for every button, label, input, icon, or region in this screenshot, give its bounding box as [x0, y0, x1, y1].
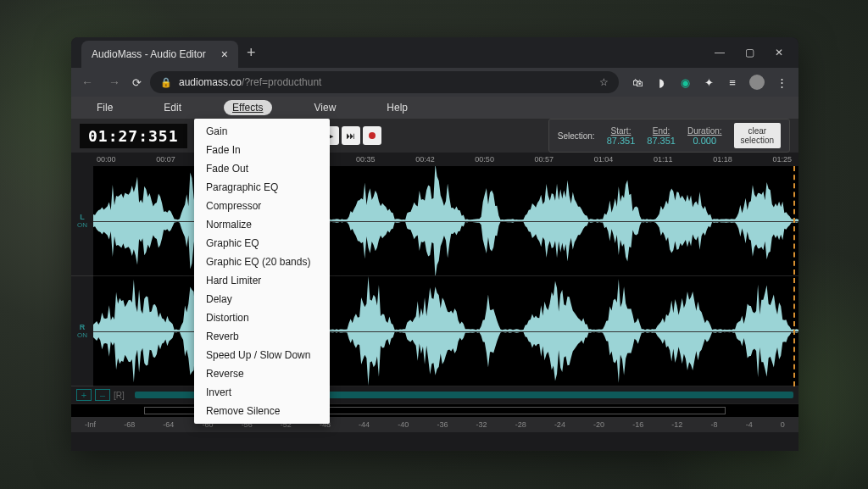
db-scale: -Inf-68-64-60-56-52-48-44-40-36-32-28-24…: [71, 417, 798, 432]
menu-help[interactable]: Help: [378, 100, 416, 115]
app-menubar: File Edit Effects View Help: [71, 97, 798, 119]
refresh-icon[interactable]: ⟳: [132, 76, 142, 89]
end-value: 87.351: [647, 136, 676, 146]
effects-item-fade-out[interactable]: Fade Out: [194, 159, 330, 178]
effects-item-fade-in[interactable]: Fade In: [194, 141, 330, 159]
db-mark: 0: [781, 420, 785, 429]
browser-window: AudioMass - Audio Editor × + — ▢ ✕ ← → ⟳…: [71, 37, 798, 451]
db-mark: -44: [359, 420, 370, 429]
timeline-mark: 01:18: [713, 155, 732, 164]
right-channel-label[interactable]: R ON: [71, 276, 93, 386]
timeline-mark: 00:50: [475, 155, 494, 164]
left-channel-label[interactable]: L ON: [71, 166, 93, 276]
timeline-ruler[interactable]: 00:0000:0700:2800:3500:4200:5000:5701:04…: [71, 153, 798, 166]
timeline-mark: 00:00: [97, 155, 116, 164]
url-host: audiomass.co: [179, 76, 242, 88]
url-bar[interactable]: 🔒 audiomass.co/?ref=producthunt ☆: [150, 71, 619, 93]
db-mark: -36: [437, 420, 448, 429]
tracks: L ON R ON: [71, 166, 798, 386]
db-mark: -32: [476, 420, 487, 429]
db-mark: -8: [711, 420, 718, 429]
effects-item-reverb[interactable]: Reverb: [194, 327, 330, 346]
effects-item-delay[interactable]: Delay: [194, 290, 330, 308]
avatar[interactable]: [749, 75, 765, 90]
ext-tag-icon[interactable]: ◗: [654, 75, 668, 89]
db-mark: -16: [632, 420, 643, 429]
menu-effects[interactable]: Effects: [224, 100, 271, 115]
menu-file[interactable]: File: [88, 100, 121, 115]
timeline-mark: 00:07: [156, 155, 175, 164]
timeline-mark: 00:35: [356, 155, 376, 164]
close-window-icon[interactable]: ✕: [775, 47, 783, 58]
effects-item-invert[interactable]: Invert: [194, 383, 330, 402]
effects-item-remove-silence[interactable]: Remove Silence: [194, 402, 330, 420]
timeline-mark: 01:04: [594, 155, 614, 164]
zoom-in-button[interactable]: +: [76, 389, 92, 401]
db-mark: -68: [124, 420, 135, 429]
timecode: 01:27:351: [80, 124, 187, 148]
effects-item-hard-limiter[interactable]: Hard Limiter: [194, 271, 330, 290]
scrubber[interactable]: [71, 403, 798, 417]
lock-icon: 🔒: [160, 77, 172, 88]
duration-value: 0.000: [693, 136, 716, 146]
end-label: End:: [653, 126, 670, 136]
star-icon[interactable]: ☆: [599, 76, 609, 88]
db-mark: -4: [746, 420, 753, 429]
db-mark: -40: [398, 420, 409, 429]
titlebar: AudioMass - Audio Editor × + — ▢ ✕: [71, 37, 798, 68]
menu-edit[interactable]: Edit: [155, 100, 190, 115]
minimize-icon[interactable]: —: [715, 47, 725, 58]
effects-item-graphic-eq[interactable]: Graphic EQ: [194, 234, 330, 253]
effects-item-speed-up-slow-down[interactable]: Speed Up / Slow Down: [194, 346, 330, 364]
ext-grammarly-icon[interactable]: ◉: [678, 75, 692, 89]
duration-label: Duration:: [687, 126, 722, 136]
effects-item-graphic-eq-20-bands-[interactable]: Graphic EQ (20 bands): [194, 253, 330, 271]
record-button[interactable]: [363, 126, 381, 145]
skip-forward-button[interactable]: ⏭: [342, 126, 360, 145]
forward-icon[interactable]: →: [105, 72, 124, 92]
ext-cart-icon[interactable]: 🛍: [631, 75, 644, 89]
timeline-mark: 00:42: [415, 155, 435, 164]
browser-toolbar: ← → ⟳ 🔒 audiomass.co/?ref=producthunt ☆ …: [71, 68, 798, 97]
selection-panel: Selection: Start: 87.351 End: 87.351 Dur…: [548, 119, 790, 153]
effects-item-distortion[interactable]: Distortion: [194, 308, 330, 327]
effects-item-paragraphic-eq[interactable]: Paragraphic EQ: [194, 178, 330, 197]
new-tab-button[interactable]: +: [247, 44, 256, 62]
close-tab-icon[interactable]: ×: [221, 47, 228, 61]
effects-item-normalize[interactable]: Normalize: [194, 215, 330, 234]
db-mark: -20: [593, 420, 604, 429]
db-mark: -64: [163, 420, 174, 429]
effects-dropdown: GainFade InFade OutParagraphic EQCompres…: [194, 119, 330, 424]
ext-menu-icon[interactable]: ≡: [726, 75, 739, 89]
db-mark: -24: [554, 420, 565, 429]
timeline-mark: 01:25: [772, 155, 792, 164]
extensions-icon[interactable]: ✦: [702, 75, 715, 89]
timeline-mark: 00:57: [535, 155, 554, 164]
chrome-menu-icon[interactable]: ⋮: [775, 75, 788, 89]
menu-view[interactable]: View: [306, 100, 345, 115]
zoom-out-button[interactable]: –: [95, 389, 110, 401]
start-label: Start:: [611, 126, 632, 136]
maximize-icon[interactable]: ▢: [745, 47, 754, 58]
selection-label: Selection:: [558, 131, 595, 141]
db-mark: -Inf: [85, 420, 96, 429]
r-indicator: [R]: [114, 391, 125, 400]
controls-bar: 01:27:351 0 0 ⇄ S ↺ ⏮ ◀◀ ▶▶ ▶ ⏭ Selectio…: [71, 119, 798, 153]
browser-tab[interactable]: AudioMass - Audio Editor ×: [81, 41, 238, 68]
db-mark: -28: [515, 420, 526, 429]
start-value: 87.351: [607, 136, 636, 146]
timeline-mark: 01:11: [654, 155, 673, 164]
tab-title: AudioMass - Audio Editor: [92, 48, 206, 60]
effects-item-reverse[interactable]: Reverse: [194, 364, 330, 383]
db-mark: -12: [671, 420, 682, 429]
effects-item-gain[interactable]: Gain: [194, 122, 330, 141]
bottom-strip: + – [R]: [71, 386, 798, 403]
effects-item-compressor[interactable]: Compressor: [194, 197, 330, 215]
playhead[interactable]: [793, 166, 795, 386]
url-path: /?ref=producthunt: [242, 76, 321, 88]
back-icon[interactable]: ←: [78, 72, 97, 92]
extension-icons: 🛍 ◗ ◉ ✦ ≡ ⋮: [627, 75, 792, 90]
clear-selection-button[interactable]: clear selection: [734, 123, 781, 148]
